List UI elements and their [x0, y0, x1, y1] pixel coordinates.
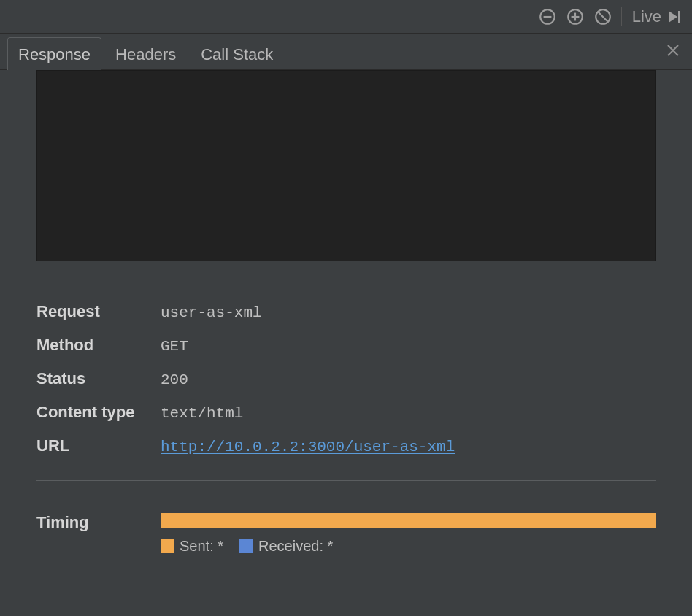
- svg-rect-8: [678, 11, 680, 23]
- received-swatch-icon: [239, 539, 253, 553]
- top-toolbar: Live: [0, 0, 692, 34]
- tab-headers[interactable]: Headers: [104, 37, 187, 70]
- content-type-value: text/html: [161, 405, 243, 422]
- url-link[interactable]: http://10.0.2.2:3000/user-as-xml: [161, 439, 455, 455]
- skip-end-icon: [666, 8, 683, 26]
- sent-swatch-icon: [161, 539, 174, 553]
- response-preview: [36, 70, 656, 261]
- svg-line-6: [598, 12, 607, 21]
- timing-section: Timing Sent: * Received: *: [36, 513, 656, 555]
- close-icon: [664, 42, 682, 59]
- remove-button[interactable]: [537, 6, 558, 28]
- tab-callstack[interactable]: Call Stack: [190, 37, 284, 70]
- legend-sent: Sent: *: [161, 538, 223, 555]
- legend-received-label: Received: *: [258, 538, 333, 554]
- close-panel-button[interactable]: [661, 39, 685, 65]
- disable-button[interactable]: [592, 6, 614, 28]
- timing-label: Timing: [36, 513, 161, 532]
- detail-row-url: URL http://10.0.2.2:3000/user-as-xml: [36, 436, 656, 455]
- timing-bar: [161, 513, 656, 528]
- tabs: Response Headers Call Stack: [7, 34, 287, 69]
- method-value: GET: [161, 338, 188, 355]
- ban-circle-icon: [593, 7, 612, 26]
- panel-body: Request user-as-xml Method GET Status 20…: [0, 70, 692, 577]
- svg-marker-7: [669, 11, 677, 23]
- detail-row-method: Method GET: [36, 336, 656, 355]
- timing-content: Sent: * Received: *: [161, 513, 656, 555]
- add-button[interactable]: [564, 6, 586, 28]
- request-label: Request: [36, 302, 161, 321]
- timing-legend: Sent: * Received: *: [161, 538, 656, 555]
- live-label: Live: [632, 7, 661, 26]
- live-toggle[interactable]: Live: [629, 7, 685, 26]
- status-value: 200: [161, 371, 188, 388]
- status-label: Status: [36, 369, 161, 388]
- url-value: http://10.0.2.2:3000/user-as-xml: [161, 439, 455, 455]
- minus-circle-icon: [538, 7, 557, 26]
- legend-sent-label: Sent: *: [180, 538, 223, 554]
- section-divider: [36, 480, 656, 481]
- content-type-label: Content type: [36, 403, 161, 422]
- legend-received: Received: *: [239, 538, 333, 555]
- url-label: URL: [36, 436, 161, 455]
- tab-response[interactable]: Response: [7, 37, 101, 70]
- detail-row-status: Status 200: [36, 369, 656, 388]
- request-value: user-as-xml: [161, 304, 262, 321]
- plus-circle-icon: [566, 7, 585, 26]
- toolbar-divider: [621, 7, 622, 26]
- detail-row-content-type: Content type text/html: [36, 403, 656, 422]
- detail-row-request: Request user-as-xml: [36, 302, 656, 321]
- tabs-row: Response Headers Call Stack: [0, 34, 692, 70]
- method-label: Method: [36, 336, 161, 355]
